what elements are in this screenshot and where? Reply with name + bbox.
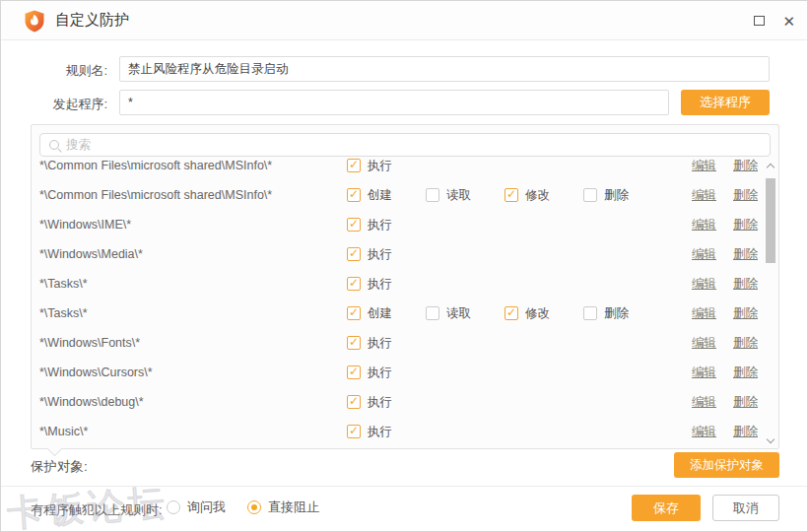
table-row: *\Common Files\microsoft shared\MSInfo\*… — [32, 180, 764, 210]
select-program-button[interactable]: 选择程序 — [681, 90, 770, 115]
radio-ask-me[interactable]: 询问我 — [167, 499, 226, 516]
checkbox-delete[interactable]: 删除 — [583, 305, 662, 322]
trigger-rule-label: 有程序触犯以上规则时: — [31, 501, 163, 519]
maximize-button[interactable] — [754, 16, 765, 26]
checkbox-exec[interactable]: 执行 — [347, 335, 426, 352]
checkbox-icon — [505, 188, 518, 202]
add-protection-object-button[interactable]: 添加保护对象 — [674, 452, 779, 478]
search-input[interactable] — [66, 138, 770, 152]
protection-object-label: 保护对象: — [31, 458, 88, 476]
delete-link[interactable]: 删除 — [733, 424, 758, 440]
checkbox-icon — [347, 336, 361, 350]
edit-link[interactable]: 编辑 — [692, 394, 716, 411]
checkbox-create[interactable]: 创建 — [347, 305, 426, 322]
delete-link[interactable]: 删除 — [733, 394, 758, 411]
checkbox-modify[interactable]: 修改 — [505, 187, 583, 204]
path-cell: *\Windows\IME\* — [39, 218, 347, 232]
close-button[interactable]: ✕ — [782, 14, 795, 29]
checkbox-icon — [347, 247, 361, 261]
path-cell: *\Tasks\* — [39, 306, 347, 320]
checkbox-exec[interactable]: 执行 — [347, 276, 426, 293]
checkbox-modify[interactable]: 修改 — [505, 305, 583, 322]
path-cell: *\Common Files\microsoft shared\MSInfo\* — [39, 159, 347, 172]
checkbox-exec[interactable]: 执行 — [347, 158, 426, 174]
checkbox-icon — [347, 306, 361, 320]
table-row: *\Tasks\* 创建 读取 修改 删除 编辑 删除 — [32, 299, 764, 328]
checkbox-exec[interactable]: 执行 — [347, 246, 426, 263]
divider — [1, 486, 808, 487]
save-button[interactable]: 保存 — [632, 495, 701, 521]
checkbox-icon — [347, 277, 361, 291]
path-cell: *\Windows\Fonts\* — [39, 336, 347, 350]
checkbox-icon — [426, 188, 439, 202]
checkbox-exec[interactable]: 执行 — [347, 365, 426, 381]
table-row: *\Windows\Cursors\* 执行 编辑 删除 — [32, 358, 764, 387]
path-cell: *\Common Files\microsoft shared\MSInfo\* — [39, 188, 347, 202]
checkbox-icon — [347, 366, 361, 379]
checkbox-icon — [347, 218, 361, 232]
rule-name-input[interactable] — [119, 56, 770, 82]
edit-link[interactable]: 编辑 — [692, 187, 716, 204]
checkbox-icon — [583, 306, 597, 320]
radio-block-directly[interactable]: 直接阻止 — [247, 499, 319, 516]
checkbox-read[interactable]: 读取 — [426, 187, 505, 204]
checkbox-delete[interactable]: 删除 — [583, 187, 662, 204]
edit-link[interactable]: 编辑 — [692, 246, 716, 263]
search-box — [39, 133, 771, 157]
table-row: *\Windows\IME\* 执行 编辑 删除 — [32, 210, 764, 239]
delete-link[interactable]: 删除 — [733, 158, 758, 174]
table-row: *\Common Files\microsoft shared\MSInfo\*… — [32, 158, 764, 180]
rule-name-label: 规则名: — [1, 62, 107, 80]
checkbox-icon — [347, 159, 361, 172]
checkbox-exec[interactable]: 执行 — [347, 217, 426, 233]
search-icon — [49, 140, 59, 150]
checkbox-icon — [347, 425, 361, 438]
rules-panel: *\Common Files\microsoft shared\MSInfo\*… — [31, 124, 779, 449]
delete-link[interactable]: 删除 — [733, 305, 758, 322]
delete-link[interactable]: 删除 — [733, 276, 758, 293]
edit-link[interactable]: 编辑 — [692, 424, 716, 440]
delete-link[interactable]: 删除 — [733, 187, 758, 204]
scrollbar-thumb[interactable] — [766, 178, 775, 263]
delete-link[interactable]: 删除 — [733, 246, 758, 263]
checkbox-icon — [347, 188, 361, 202]
initiator-input[interactable] — [119, 90, 669, 115]
scroll-down-icon[interactable] — [766, 435, 774, 443]
radio-icon — [247, 500, 261, 514]
checkbox-icon — [583, 188, 597, 202]
initiator-label: 发起程序: — [1, 96, 107, 113]
radio-icon — [167, 500, 180, 514]
action-radio-group: 询问我 直接阻止 — [167, 499, 319, 516]
path-cell: *\Music\* — [39, 425, 347, 438]
checkbox-exec[interactable]: 执行 — [347, 424, 426, 440]
huorong-shield-flame-icon — [23, 9, 46, 33]
table-row: *\Music\* 执行 编辑 删除 — [32, 417, 764, 446]
edit-link[interactable]: 编辑 — [692, 217, 716, 233]
delete-link[interactable]: 删除 — [733, 365, 758, 381]
custom-protection-dialog: 自定义防护 ✕ 规则名: 发起程序: 选择程序 *\Common Files\m… — [0, 0, 808, 532]
checkbox-exec[interactable]: 执行 — [347, 394, 426, 411]
checkbox-icon — [426, 306, 439, 320]
path-cell: *\Windows\Media\* — [39, 247, 347, 261]
edit-link[interactable]: 编辑 — [692, 305, 716, 322]
table-row: *\Tasks\* 执行 编辑 删除 — [32, 269, 764, 299]
window-title: 自定义防护 — [55, 11, 129, 30]
edit-link[interactable]: 编辑 — [692, 158, 716, 174]
edit-link[interactable]: 编辑 — [692, 365, 716, 381]
delete-link[interactable]: 删除 — [733, 217, 758, 233]
scroll-up-icon[interactable] — [766, 164, 774, 171]
titlebar: 自定义防护 ✕ — [1, 1, 807, 40]
path-cell: *\Tasks\* — [39, 277, 347, 291]
checkbox-create[interactable]: 创建 — [347, 187, 426, 204]
edit-link[interactable]: 编辑 — [692, 335, 716, 352]
edit-link[interactable]: 编辑 — [692, 276, 716, 293]
checkbox-read[interactable]: 读取 — [426, 305, 505, 322]
delete-link[interactable]: 删除 — [733, 335, 758, 352]
path-cell: *\Windows\debug\* — [39, 395, 347, 409]
table-row: *\Windows\debug\* 执行 编辑 删除 — [32, 387, 764, 417]
path-cell: *\Windows\Cursors\* — [39, 366, 347, 379]
cancel-button[interactable]: 取消 — [712, 495, 779, 521]
scrollbar — [765, 161, 776, 446]
table-row: *\Windows\Media\* 执行 编辑 删除 — [32, 239, 764, 269]
rules-list: *\Common Files\microsoft shared\MSInfo\*… — [32, 158, 764, 447]
